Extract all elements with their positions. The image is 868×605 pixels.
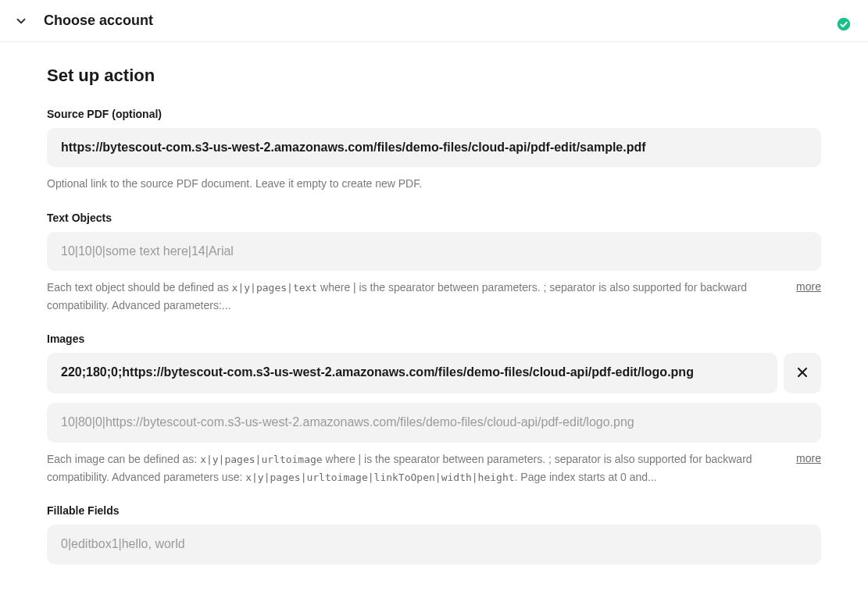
fillable-fields-input[interactable]: 0|editbox1|hello, world <box>47 525 821 564</box>
text-objects-input[interactable]: 10|10|0|some text here|14|Arial <box>47 232 821 271</box>
fillable-fields-label: Fillable Fields <box>47 504 821 517</box>
source-pdf-help: Optional link to the source PDF document… <box>47 175 821 192</box>
images-help-mid2: . Page index starts at 0 and... <box>515 471 657 483</box>
chevron-down-icon <box>14 14 28 28</box>
images-more-link[interactable]: more <box>796 450 821 464</box>
choose-account-title: Choose account <box>44 12 153 29</box>
svg-point-0 <box>838 18 851 31</box>
text-objects-more-link[interactable]: more <box>796 279 821 293</box>
text-objects-help-prefix: Each text object should be defined as <box>47 281 232 294</box>
images-help-prefix: Each image can be defined as: <box>47 453 200 465</box>
images-clear-button[interactable] <box>784 353 821 393</box>
close-icon <box>795 365 810 383</box>
images-help-code1: x|y|pages|urltoimage <box>200 454 323 465</box>
images-label: Images <box>47 333 821 345</box>
images-input-placeholder[interactable]: 10|80|0|https://bytescout-com.s3-us-west… <box>47 403 821 442</box>
page-title: Set up action <box>47 66 821 86</box>
source-pdf-input[interactable]: https://bytescout-com.s3-us-west-2.amazo… <box>47 128 821 167</box>
checkmark-icon <box>837 17 851 34</box>
text-objects-help-code: x|y|pages|text <box>232 282 318 294</box>
text-objects-help: Each text object should be defined as x|… <box>47 279 784 314</box>
header-choose-account[interactable]: Choose account <box>0 0 868 42</box>
images-help: Each image can be defined as: x|y|pages|… <box>47 450 784 486</box>
images-help-code2: x|y|pages|urltoimage|linkToOpen|width|he… <box>245 472 514 483</box>
source-pdf-label: Source PDF (optional) <box>47 108 821 120</box>
images-input-value[interactable]: 220;180;0;https://bytescout-com.s3-us-we… <box>47 353 777 393</box>
text-objects-label: Text Objects <box>47 212 821 224</box>
